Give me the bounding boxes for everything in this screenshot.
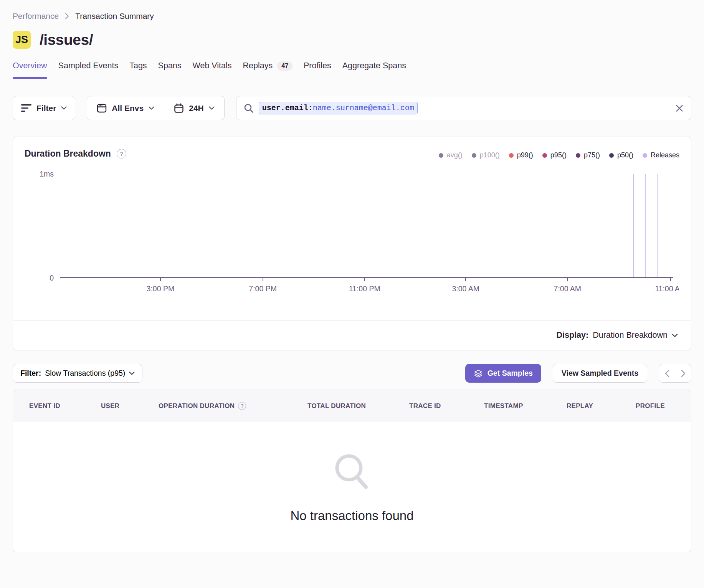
tab[interactable]: Tags	[129, 61, 147, 78]
transaction-filter-dropdown[interactable]: Filter: Slow Transactions (p95)	[13, 364, 142, 383]
x-axis-tick	[567, 278, 568, 281]
search-icon	[244, 103, 254, 113]
tab-label: Tags	[129, 61, 147, 71]
help-icon[interactable]: ?	[117, 149, 126, 159]
table-column-header: REPLAY	[567, 402, 636, 410]
clear-search-button[interactable]	[675, 104, 684, 112]
tab[interactable]: Spans	[158, 61, 182, 78]
tab[interactable]: Overview	[13, 61, 47, 78]
display-selector[interactable]: Duration Breakdown	[593, 330, 678, 340]
column-label: TOTAL DURATION	[307, 402, 366, 410]
previous-page-button[interactable]	[659, 364, 675, 383]
breadcrumb-current: Transaction Summary	[75, 12, 154, 21]
tab-bar: Overview Sampled Events Tags Spans Web V…	[0, 61, 704, 78]
breadcrumb: Performance Transaction Summary	[13, 12, 691, 21]
display-label: Display:	[557, 330, 589, 340]
get-samples-button[interactable]: Get Samples	[465, 364, 541, 383]
table-column-header: TOTAL DURATION	[307, 402, 409, 410]
chart-footer: Display: Duration Breakdown	[13, 320, 691, 350]
pagination	[659, 364, 691, 383]
x-axis-label: 11:00 PM	[349, 284, 380, 293]
legend-label: p99()	[517, 151, 533, 159]
date-range-selector[interactable]: 24H	[164, 96, 224, 120]
x-axis-label: 3:00 AM	[452, 284, 479, 293]
chevron-right-icon	[65, 13, 69, 20]
filter-button[interactable]: Filter	[13, 96, 75, 120]
legend-label: p75()	[584, 151, 600, 159]
legend-item[interactable]: p95()	[542, 151, 567, 159]
environment-selector[interactable]: All Envs	[87, 96, 164, 120]
table-column-header: TIMESTAMP	[484, 402, 567, 410]
x-axis-tick	[465, 278, 466, 281]
display-value: Duration Breakdown	[593, 330, 668, 340]
tab-label: Web Vitals	[193, 61, 232, 71]
layers-icon	[474, 369, 483, 378]
tab[interactable]: Replays 47	[243, 61, 293, 78]
tab-label: Sampled Events	[58, 61, 119, 71]
chevron-down-icon	[209, 106, 215, 110]
legend-item[interactable]: p75()	[576, 151, 600, 159]
chevron-right-icon	[681, 370, 686, 377]
view-sampled-events-button[interactable]: View Sampled Events	[553, 364, 647, 383]
tab[interactable]: Web Vitals	[193, 61, 232, 78]
environment-label: All Envs	[112, 104, 144, 113]
tab-label: Overview	[13, 61, 47, 71]
tab[interactable]: Sampled Events	[58, 61, 119, 78]
calendar-icon	[174, 103, 184, 113]
x-axis-label: 11:00 AM	[655, 284, 679, 293]
page-title: /issues/	[40, 31, 93, 48]
legend-item[interactable]: Releases	[643, 151, 679, 159]
release-marker-line[interactable]	[633, 174, 634, 278]
tab-count-badge: 47	[277, 61, 293, 71]
search-query-token[interactable]: user.email:name.surname@email.com	[259, 102, 418, 114]
release-marker-line[interactable]	[645, 174, 646, 278]
column-label: OPERATION DURATION	[159, 402, 235, 410]
table-column-header: USER	[101, 402, 159, 410]
filter-bar: Filter All Envs 24H	[13, 96, 691, 120]
legend-dot-icon	[576, 153, 580, 158]
table-column-header: EVENT ID	[29, 402, 101, 410]
x-axis-line	[60, 277, 673, 278]
chip-filter-label: Filter:	[20, 369, 41, 378]
legend-dot-icon	[439, 153, 443, 158]
get-samples-label: Get Samples	[488, 369, 533, 378]
chart-legend: avg() p100() p99() p95()	[439, 149, 679, 159]
legend-dot-icon	[472, 153, 476, 158]
duration-chart[interactable]: 1ms 0 3:00 PM	[13, 168, 679, 309]
window-icon	[97, 104, 107, 113]
column-label: TRACE ID	[409, 402, 441, 410]
tab-label: Aggregate Spans	[342, 61, 406, 71]
x-axis-tick	[364, 278, 365, 281]
release-marker-line[interactable]	[657, 174, 658, 278]
platform-js-badge: JS	[13, 31, 31, 49]
page-header: JS /issues/	[13, 31, 691, 49]
y-axis-max-label: 1ms	[40, 170, 54, 178]
sample-controls: Filter: Slow Transactions (p95) Get Samp…	[13, 364, 691, 383]
x-axis-tick	[670, 278, 671, 281]
tab[interactable]: Profiles	[304, 61, 331, 78]
x-axis-tick	[160, 278, 161, 281]
legend-dot-icon	[542, 153, 547, 158]
magnifier-empty-icon	[331, 451, 373, 496]
chevron-left-icon	[665, 370, 669, 377]
help-icon[interactable]: ?	[238, 402, 246, 410]
legend-label: Releases	[651, 151, 679, 159]
gridline	[60, 174, 673, 174]
legend-dot-icon	[609, 153, 614, 158]
column-label: PROFILE	[636, 402, 665, 410]
legend-item[interactable]: avg()	[439, 151, 463, 159]
empty-state-message: No transactions found	[290, 509, 413, 523]
legend-label: avg()	[447, 151, 463, 159]
breadcrumb-performance[interactable]: Performance	[13, 12, 59, 21]
column-label: TIMESTAMP	[484, 402, 523, 410]
legend-item[interactable]: p100()	[472, 151, 500, 159]
legend-item[interactable]: p99()	[509, 151, 533, 159]
search-input[interactable]: user.email:name.surname@email.com	[236, 96, 691, 120]
table-empty-state: No transactions found	[13, 422, 691, 552]
tab-label: Profiles	[304, 61, 331, 71]
next-page-button[interactable]	[675, 364, 691, 383]
tab[interactable]: Aggregate Spans	[342, 61, 406, 78]
filter-lines-icon	[21, 104, 31, 112]
legend-item[interactable]: p50()	[609, 151, 633, 159]
chart-title: Duration Breakdown	[25, 149, 111, 159]
